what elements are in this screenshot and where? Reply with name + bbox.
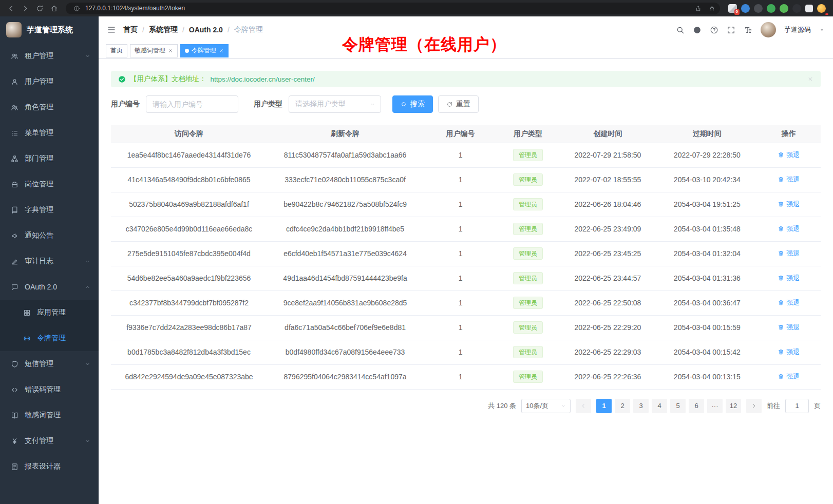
more-pages-button[interactable]: ··· [707, 399, 723, 413]
browser-home-icon[interactable] [47, 2, 61, 15]
sidebar-item-dict[interactable]: 字典管理 [0, 197, 99, 223]
help-icon[interactable] [710, 26, 718, 34]
user-type-cell: 管理员 [498, 217, 558, 241]
create-time-cell: 2022-06-25 22:29:20 [558, 315, 657, 340]
breadcrumb-item: 令牌管理 [234, 25, 263, 34]
browser-forward-icon[interactable] [18, 2, 32, 15]
breadcrumb-item[interactable]: 系统管理 [149, 25, 178, 34]
page-button-5[interactable]: 5 [670, 399, 686, 413]
goto-page-input[interactable] [785, 399, 809, 413]
sidebar-toggle-icon[interactable] [107, 25, 116, 34]
page-button-3[interactable]: 3 [633, 399, 649, 413]
force-logout-button[interactable]: 强退 [778, 200, 800, 209]
page-size-select[interactable]: 10条/页 [521, 399, 571, 413]
trash-icon [778, 201, 784, 207]
sidebar-item-error-code[interactable]: 错误码管理 [0, 377, 99, 402]
search-icon[interactable] [676, 26, 685, 34]
tab-token[interactable]: 令牌管理 [180, 44, 229, 57]
access-token-cell: b0d1785bc3a8482f812db4a3f3bd15ec [111, 340, 267, 364]
edit-icon [10, 257, 18, 265]
user-id-cell: 1 [423, 315, 498, 340]
user-id-cell: 1 [423, 266, 498, 290]
sidebar-item-report-designer[interactable]: 报表设计器 [0, 454, 99, 479]
sidebar-item-pay[interactable]: 支付管理 [0, 428, 99, 454]
chevron-down-icon [84, 360, 90, 368]
force-logout-button[interactable]: 强退 [778, 347, 800, 357]
refresh-token-cell: 8796295f04064c2983414cc54af1097a [267, 364, 423, 389]
page-button-4[interactable]: 4 [652, 399, 667, 413]
sidebar-item-sensitive-word[interactable]: 敏感词管理 [0, 402, 99, 428]
tab-close-icon[interactable] [219, 48, 224, 53]
active-tab-dot [185, 49, 189, 53]
page-button-6[interactable]: 6 [689, 399, 704, 413]
breadcrumb-item[interactable]: OAuth 2.0 [189, 26, 223, 34]
tab-home[interactable]: 首页 [106, 44, 127, 57]
app-logo[interactable]: 芋道管理系统 [0, 16, 99, 43]
browser-back-icon[interactable] [4, 2, 17, 15]
sidebar-item-role[interactable]: 角色管理 [0, 94, 99, 120]
sidebar-item-user[interactable]: 用户管理 [0, 69, 99, 94]
force-logout-button[interactable]: 强退 [778, 274, 800, 283]
sidebar-item-label: 通知公告 [25, 231, 90, 240]
page-button-12[interactable]: 12 [726, 399, 741, 413]
filter-bar: 用户编号 用户类型 请选择用户类型 搜索 重置 [111, 95, 821, 113]
sidebar-item-token[interactable]: 令牌管理 [0, 325, 99, 351]
share-icon[interactable] [693, 3, 703, 13]
extension-blue-icon[interactable] [741, 4, 750, 13]
extension-grid-icon[interactable]: 0 [728, 4, 737, 13]
tab-sensitive-word[interactable]: 敏感词管理 [130, 44, 178, 57]
user-avatar[interactable] [761, 22, 776, 37]
extensions-puzzle-icon[interactable] [780, 4, 788, 13]
user-type-select[interactable]: 请选择用户类型 [289, 95, 381, 113]
force-logout-button[interactable]: 强退 [778, 298, 800, 307]
next-page-button[interactable] [746, 399, 762, 413]
github-icon[interactable] [693, 26, 702, 34]
force-logout-button[interactable]: 强退 [778, 224, 800, 234]
force-logout-button[interactable]: 强退 [778, 249, 800, 258]
doc-link[interactable]: https://doc.iocoder.cn/user-center/ [211, 75, 315, 83]
browser-reload-icon[interactable] [33, 2, 46, 15]
search-button[interactable]: 搜索 [392, 95, 433, 113]
reset-button[interactable]: 重置 [438, 95, 479, 113]
expire-time-cell: 2054-03-04 01:32:04 [657, 241, 756, 266]
user-id-input[interactable] [146, 95, 238, 113]
site-info-icon[interactable] [71, 3, 82, 13]
extension-dark-icon[interactable] [754, 4, 763, 13]
fullscreen-icon[interactable] [727, 26, 735, 34]
extension-paw-icon[interactable] [792, 4, 801, 13]
username[interactable]: 芋道源码 [784, 25, 811, 34]
sidebar-item-app[interactable]: 应用管理 [0, 300, 99, 325]
force-logout-button[interactable]: 强退 [778, 150, 800, 160]
page-button-2[interactable]: 2 [615, 399, 630, 413]
alert-close-icon[interactable] [807, 76, 813, 82]
prev-page-button[interactable] [576, 399, 591, 413]
font-size-icon[interactable] [744, 26, 752, 34]
force-logout-button[interactable]: 强退 [778, 323, 800, 332]
sidebar-item-notice[interactable]: 通知公告 [0, 223, 99, 248]
extension-green-icon[interactable] [767, 4, 775, 13]
sidebar-item-menu[interactable]: 菜单管理 [0, 120, 99, 146]
sidebar-item-dept[interactable]: 部门管理 [0, 146, 99, 171]
page-button-1[interactable]: 1 [596, 399, 612, 413]
sidebar-item-tenant[interactable]: 租户管理 [0, 43, 99, 69]
chevron-down-icon [370, 102, 375, 107]
sidebar-item-sms[interactable]: 短信管理 [0, 351, 99, 377]
sidebar-item-audit-log[interactable]: 审计日志 [0, 248, 99, 274]
caret-down-icon[interactable] [819, 27, 825, 33]
yen-icon [10, 437, 18, 445]
sidebar-item-post[interactable]: 岗位管理 [0, 171, 99, 197]
force-logout-button[interactable]: 强退 [778, 372, 800, 381]
breadcrumb-item[interactable]: 首页 [123, 25, 138, 34]
browser-profile-avatar[interactable] [817, 4, 826, 13]
side-panel-icon[interactable] [805, 5, 813, 12]
sidebar-item-oauth2[interactable]: OAuth 2.0 [0, 274, 99, 300]
table-row: b0d1785bc3a8482f812db4a3f3bd15ecb0df4980… [111, 340, 821, 364]
column-header: 刷新令牌 [267, 125, 423, 143]
force-logout-button[interactable]: 强退 [778, 175, 800, 184]
tab-close-icon[interactable] [168, 48, 173, 53]
user-type-tag: 管理员 [513, 297, 543, 309]
url-bar[interactable]: 127.0.0.1:1024/system/oauth2/token [66, 3, 720, 14]
bookmark-star-icon[interactable] [707, 3, 717, 13]
sidebar-item-label: 租户管理 [25, 51, 84, 61]
refresh-token-cell: 49d1aa46d1454fbd87591444423be9fa [267, 266, 423, 290]
